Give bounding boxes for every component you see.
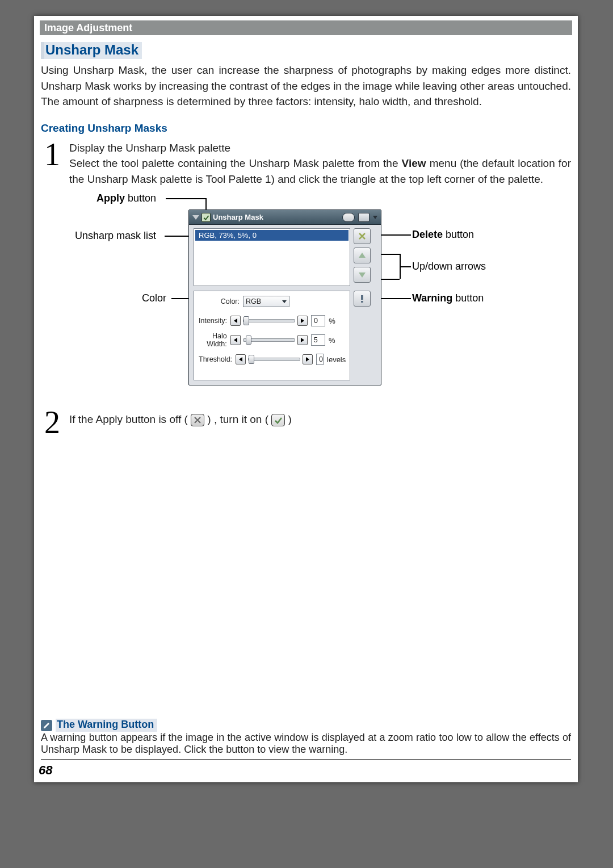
step-2-middle: ) , turn it on ( [207,413,268,425]
halo-unit: % [329,336,345,345]
threshold-unit: levels [327,355,346,364]
callout-apply: Apply button [96,192,156,204]
callout-delete: Delete button [412,229,474,241]
warning-button[interactable] [354,291,371,307]
step-number: 2 [41,408,64,437]
svg-rect-5 [361,301,363,303]
color-value: RGB [246,297,261,305]
svg-marker-3 [359,272,366,278]
move-up-button[interactable] [354,248,371,263]
callout-list: Unsharp mask list [75,230,156,242]
svg-marker-2 [359,253,366,258]
unsharp-mask-list[interactable]: RGB, 73%, 5%, 0 [194,228,350,286]
threshold-label: Threshold: [199,355,232,363]
intensity-increase-button[interactable] [297,316,308,326]
halo-slider[interactable] [243,338,295,342]
page-number: 68 [39,763,52,778]
palette-header[interactable]: Unsharp Mask [189,210,381,225]
note-icon [41,720,52,731]
color-dropdown[interactable]: RGB [243,296,289,307]
halo-label: Halo Width: [199,332,227,348]
step-2-after: ) [288,413,292,425]
threshold-increase-button[interactable] [303,354,313,364]
intensity-slider[interactable] [243,319,295,322]
note-title: The Warning Button [56,719,157,732]
intensity-value-input[interactable]: 0 [311,315,325,326]
apply-off-icon [191,414,204,426]
unsharp-mask-palette: Unsharp Mask RGB, 73%, 5%, 0 [188,209,381,385]
step-1-title: Display the Unsharp Mask palette [69,140,571,156]
intro-paragraph: Using Unsharp Mask, the user can increas… [41,62,571,110]
section-tab: Image Adjustment [40,20,572,35]
palette-diagram: Apply button Unsharp mask list Color Del… [18,192,571,408]
halo-decrease-button[interactable] [230,335,241,345]
note-body: A warning button appears if the image in… [41,732,571,760]
footnote: The Warning Button A warning button appe… [41,719,571,760]
intensity-decrease-button[interactable] [230,316,241,326]
step-2: 2 If the Apply button is off ( ) , turn … [41,408,571,437]
step-1-body-before: Select the tool palette containing the U… [69,157,402,169]
controls-panel: Color: RGB Intensity: [194,291,350,380]
mask-list-item[interactable]: RGB, 73%, 5%, 0 [195,230,349,241]
svg-rect-4 [361,295,363,300]
threshold-value-input[interactable]: 0 [316,354,324,365]
steps: 1 Display the Unsharp Mask palette Selec… [41,140,571,437]
collapse-triangle-icon[interactable] [192,215,199,220]
intensity-label: Intensity: [199,317,227,325]
halo-increase-button[interactable] [297,335,308,345]
threshold-slider[interactable] [248,358,300,361]
callout-color: Color [142,292,166,304]
step-2-before: If the Apply button is off ( [69,413,188,425]
subheading: Creating Unsharp Masks [41,122,571,135]
menu-triangle-icon[interactable] [373,216,377,219]
page-title: Unsharp Mask [41,42,142,59]
step-1: 1 Display the Unsharp Mask palette Selec… [41,140,571,187]
palette-title: Unsharp Mask [213,213,263,221]
content-area: Unsharp Mask Using Unsharp Mask, the use… [41,42,571,782]
halo-value-input[interactable]: 5 [311,334,325,346]
callout-warning: Warning button [412,292,484,304]
intensity-unit: % [329,317,345,325]
step-number: 1 [41,140,64,187]
delete-button[interactable] [354,228,371,244]
step-1-body: Select the tool palette containing the U… [69,156,571,187]
callout-arrows: Up/down arrows [412,261,486,272]
settings-icon[interactable] [358,213,370,222]
status-indicator-icon[interactable] [342,213,355,222]
apply-on-icon [271,414,285,426]
manual-page: Image Adjustment Unsharp Mask Using Unsh… [34,16,578,782]
threshold-decrease-button[interactable] [236,354,246,364]
color-label: Color: [199,297,240,305]
view-menu-name: View [402,157,426,169]
apply-button[interactable] [201,213,211,222]
move-down-button[interactable] [354,267,371,283]
chevron-down-icon [282,300,287,303]
